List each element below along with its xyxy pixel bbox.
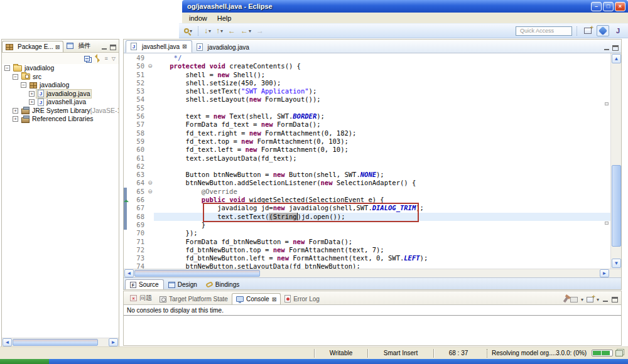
fold-icon[interactable]: ⊖ — [146, 179, 154, 187]
collapse-all-button[interactable] — [84, 56, 90, 62]
code-line[interactable]: 63 Button btnNewButton = new Button(shel… — [124, 171, 621, 179]
back-button[interactable]: ←▾ — [239, 26, 252, 36]
search-button[interactable]: ▾ — [183, 28, 193, 35]
scroll-down-button[interactable]: ▼ — [612, 259, 621, 268]
tab-design[interactable]: Design — [164, 280, 202, 289]
pin-console-icon[interactable] — [563, 297, 568, 303]
code-line[interactable]: 54 shell.setLayout(new FormLayout()); — [124, 95, 621, 104]
display-console-icon[interactable] — [570, 297, 578, 302]
code-line[interactable]: 70 }); — [124, 229, 621, 237]
code-line[interactable]: 52 shell.setSize(450, 300); — [124, 79, 621, 87]
tab-target-platform-state[interactable]: Target Platform State — [156, 294, 232, 304]
scroll-thumb[interactable] — [134, 270, 260, 277]
code-line[interactable]: 55 — [124, 104, 621, 112]
view-menu-button[interactable] — [105, 55, 108, 62]
fold-icon[interactable]: ⊖ — [146, 62, 154, 70]
progress-view-icon[interactable] — [615, 350, 623, 356]
scroll-thumb[interactable] — [13, 339, 98, 346]
scroll-left-button[interactable]: ◄ — [124, 269, 134, 277]
code-line[interactable]: 49 */ — [124, 54, 621, 62]
taskbar[interactable] — [0, 359, 628, 364]
code-editor[interactable]: 49 */50⊖ protected void createContents()… — [124, 53, 621, 269]
close-icon[interactable]: ⊠ — [272, 296, 277, 302]
tab-problems[interactable]: 问题 — [126, 292, 156, 304]
code-line[interactable]: 53 shell.setText("SWT Application"); — [124, 87, 621, 95]
tree-item[interactable]: +Referenced Libraries — [2, 115, 119, 124]
previous-annotation-button[interactable]: ↑▾ — [215, 26, 224, 36]
code-line[interactable]: 62 — [124, 163, 621, 171]
start-button[interactable] — [0, 359, 49, 364]
eclipse-title-bar[interactable]: og/javashell.java - Eclipse — [182, 0, 628, 13]
code-line[interactable]: 60 fd_text.left = new FormAttachment(0, … — [124, 146, 621, 154]
menu-item-help[interactable]: Help — [213, 14, 236, 23]
maximize-editor-icon[interactable] — [612, 45, 619, 51]
tree-item[interactable]: +JRE System Library [JavaSE-1. — [2, 107, 119, 115]
expander-icon[interactable]: + — [29, 91, 35, 97]
scroll-left-button[interactable]: ◄ — [3, 338, 12, 346]
code-line[interactable]: 50⊖ protected void createContents() { — [124, 62, 621, 70]
open-perspective-button[interactable] — [582, 25, 594, 36]
open-console-icon[interactable] — [587, 297, 593, 302]
tab-package-explorer[interactable]: Package E... ⊠ — [2, 41, 63, 52]
tree-item[interactable]: +javadialog.java — [2, 90, 119, 99]
maximize-view-icon[interactable] — [110, 45, 116, 50]
tab-bindings[interactable]: Bindings — [202, 280, 244, 289]
expander-icon[interactable]: − — [4, 65, 10, 71]
code-line[interactable]: 61 text.setLayoutData(fd_text); — [124, 154, 621, 163]
package-explorer-hscrollbar[interactable]: ◄ ► — [2, 338, 119, 346]
expander-icon[interactable]: − — [21, 82, 26, 88]
menu-item-window[interactable]: indow — [185, 14, 212, 23]
code-line[interactable]: 51 shell = new Shell(); — [124, 71, 621, 79]
minimize-console-icon[interactable] — [602, 297, 609, 302]
code-line[interactable]: 59 fd_text.top = new FormAttachment(0, 1… — [124, 137, 621, 146]
tab-plugins[interactable]: 插件 — [63, 40, 94, 52]
tab-source[interactable]: Source — [125, 279, 164, 289]
editor-hscrollbar[interactable]: ◄ ► — [124, 269, 621, 277]
editor-vscrollbar[interactable]: ▲ ▼ — [610, 53, 621, 269]
tab-javadialog[interactable]: javadialog.java — [192, 41, 254, 53]
chevron-down-icon[interactable]: ▾ — [597, 297, 599, 302]
scroll-right-button[interactable]: ► — [600, 269, 609, 277]
restore-button[interactable] — [603, 2, 614, 11]
overview-marker[interactable] — [605, 222, 609, 225]
code-line[interactable]: 73 fd_btnNewButton.left = new FormAttach… — [124, 254, 621, 262]
code-line[interactable]: 65⊖ @Override — [124, 188, 621, 196]
overview-marker[interactable] — [605, 102, 609, 105]
maximize-console-icon[interactable] — [612, 297, 618, 302]
tab-console[interactable]: Console ⊠ — [232, 293, 281, 304]
minimize-editor-icon[interactable] — [604, 45, 610, 51]
code-line[interactable]: 72 fd_btnNewButton.top = new FormAttachm… — [124, 246, 621, 254]
expander-icon[interactable]: + — [13, 108, 18, 114]
code-line[interactable]: 57 FormData fd_text = new FormData(); — [124, 120, 621, 129]
expander-icon[interactable]: + — [29, 99, 35, 105]
code-line[interactable]: 56 text = new Text(shell, SWT.BORDER); — [124, 112, 621, 120]
fold-icon[interactable]: ⊖ — [146, 188, 154, 196]
tree-item[interactable]: −javadialog — [2, 64, 119, 73]
link-with-editor-button[interactable] — [94, 55, 101, 62]
tree-item[interactable]: +javashell.java — [2, 98, 119, 107]
code-line[interactable]: 64⊖ btnNewButton.addSelectionListener(ne… — [124, 179, 621, 187]
minimize-view-icon[interactable] — [101, 45, 107, 50]
tab-javashell[interactable]: javashell.java ⊠ — [126, 40, 192, 53]
code-line[interactable]: 71 FormData fd_btnNewButton = new FormDa… — [124, 238, 621, 246]
forward-button[interactable]: → — [255, 26, 265, 36]
last-edit-location-button[interactable]: ← — [227, 26, 237, 36]
close-icon[interactable]: ⊠ — [55, 44, 60, 50]
tree-item[interactable]: −src — [2, 73, 119, 82]
quick-access-input[interactable]: Quick Access — [516, 26, 572, 36]
java-perspective-button[interactable] — [612, 25, 624, 36]
tree-item[interactable]: −javadialog — [2, 81, 119, 90]
scroll-up-button[interactable]: ▲ — [612, 54, 621, 63]
close-icon[interactable]: ⊠ — [182, 43, 187, 50]
next-annotation-button[interactable]: ↓▾ — [203, 26, 212, 36]
scroll-right-button[interactable]: ► — [109, 338, 118, 346]
active-perspective-button[interactable] — [597, 25, 609, 36]
minimize-button[interactable] — [591, 2, 602, 11]
code-line[interactable]: 58 fd_text.right = new FormAttachment(0,… — [124, 129, 621, 137]
expander-icon[interactable]: + — [13, 116, 18, 122]
expander-icon[interactable]: − — [13, 74, 18, 80]
tab-error-log[interactable]: Error Log — [281, 293, 323, 304]
chevron-down-icon[interactable]: ▾ — [581, 297, 583, 302]
scroll-thumb[interactable] — [612, 165, 621, 247]
code-line[interactable]: 74 btnNewButton.setLayoutData(fd_btnNewB… — [124, 262, 621, 269]
